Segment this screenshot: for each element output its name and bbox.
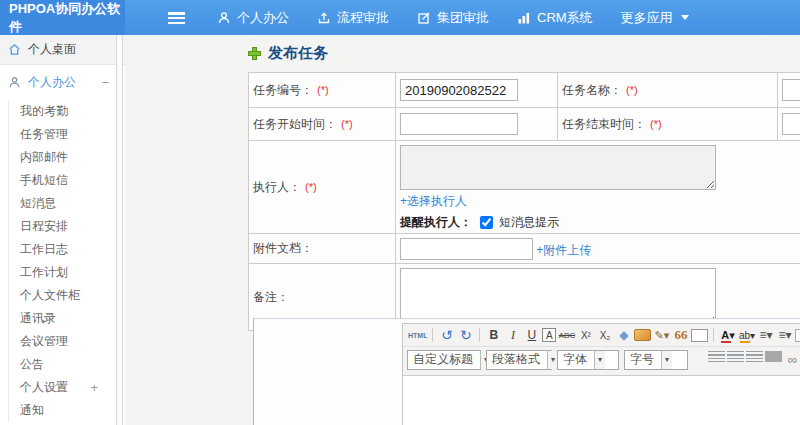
subscript-icon[interactable]: X₂: [596, 327, 613, 344]
editor-toolbar-row1: HTML↺↻BIUAABCX²X₂◆✎▾66A▾ab▾≡▾≡▾: [403, 324, 800, 346]
justify-icon[interactable]: [765, 351, 782, 362]
publish-task-form: 任务编号：(*) 任务名称：(*) 任务开始时间：(*): [248, 72, 800, 331]
task-name-input[interactable]: [782, 79, 800, 101]
redo-icon[interactable]: ↻: [457, 327, 474, 344]
topbar: PHPOA协同办公软件 个人办公 流程审批: [0, 0, 800, 35]
sidebar-item-file-cabinet[interactable]: 个人文件柜: [20, 284, 125, 307]
sidebar-section-personal-office[interactable]: 个人办公 −: [0, 65, 125, 100]
source-icon[interactable]: HTML: [408, 327, 427, 344]
nav-item-crm[interactable]: CRM系统: [517, 9, 593, 27]
sidebar-item-contacts[interactable]: 通讯录: [20, 307, 125, 330]
chart-icon: [517, 11, 531, 25]
required-mark: (*): [626, 84, 638, 96]
sidebar-item-announcement[interactable]: 公告: [20, 353, 125, 376]
font-style-icon[interactable]: A: [542, 328, 556, 342]
start-time-label-cell: 任务开始时间：(*): [249, 108, 396, 141]
sidebar-scrollbar[interactable]: [116, 35, 123, 425]
sidebar-item-sms[interactable]: 手机短信: [20, 169, 125, 192]
start-time-input[interactable]: [400, 113, 518, 135]
expand-icon[interactable]: +: [90, 376, 98, 399]
font-family-dropdown[interactable]: 字体 ▾: [557, 350, 619, 370]
collapse-icon[interactable]: −: [101, 75, 109, 90]
page-title: 发布任务: [248, 44, 328, 63]
nav-item-more-apps[interactable]: 更多应用: [621, 9, 689, 27]
required-mark: (*): [650, 118, 662, 130]
sidebar-item-work-log[interactable]: 工作日志: [20, 238, 125, 261]
attachment-label: 附件文档：: [253, 241, 313, 255]
align-center-icon[interactable]: [727, 351, 744, 362]
highlight-color-icon[interactable]: ab▾: [738, 327, 755, 344]
executor-label-cell: 执行人：(*): [249, 141, 396, 234]
sidebar-item-desktop[interactable]: 个人桌面: [0, 35, 125, 65]
nav-label: CRM系统: [537, 9, 593, 27]
font-size-dropdown[interactable]: 字号 ▾: [624, 350, 688, 370]
blockquote-icon[interactable]: 66: [672, 327, 689, 344]
note-label: 备注：: [253, 290, 289, 304]
toolbar-separator: [713, 328, 714, 342]
sidebar-item-short-message[interactable]: 短消息: [20, 192, 125, 215]
nav-item-group-approval[interactable]: 集团审批: [417, 9, 489, 27]
strikethrough-icon[interactable]: ABC: [558, 327, 575, 344]
form-row-times: 任务开始时间：(*) 任务结束时间：(*): [249, 108, 800, 141]
ordered-list-icon[interactable]: ≡▾: [757, 327, 774, 344]
hamburger-menu-icon[interactable]: [168, 12, 185, 24]
sidebar-item-attendance[interactable]: 我的考勤: [20, 100, 125, 123]
sidebar-item-schedule[interactable]: 日程安排: [20, 215, 125, 238]
superscript-icon[interactable]: X²: [577, 327, 594, 344]
sidebar-item-label: 短消息: [20, 196, 56, 210]
underline-icon[interactable]: U: [523, 327, 540, 344]
app-window: PHPOA协同办公软件 个人办公 流程审批: [0, 0, 800, 425]
top-nav: 个人办公 流程审批 集团审批: [217, 9, 689, 27]
upload-attachment-link[interactable]: +附件上传: [536, 242, 591, 256]
undo-icon[interactable]: ↺: [438, 327, 455, 344]
pen-icon[interactable]: ✎▾: [653, 327, 670, 344]
sidebar-item-work-plan[interactable]: 工作计划: [20, 261, 125, 284]
sidebar-item-label: 工作日志: [20, 242, 68, 256]
unordered-list-icon[interactable]: ≡▾: [776, 327, 793, 344]
sidebar-item-label: 个人桌面: [28, 41, 76, 58]
sidebar-item-notification[interactable]: 通知: [20, 399, 125, 422]
align-right-icon[interactable]: [746, 351, 763, 362]
align-left-icon[interactable]: [708, 351, 725, 362]
task-name-field-cell: [778, 73, 800, 108]
dropdown-label: 字体: [563, 351, 587, 368]
attachment-input[interactable]: [400, 238, 533, 260]
sidebar-item-meeting-management[interactable]: 会议管理: [20, 330, 125, 353]
user-icon: [217, 11, 231, 25]
sidebar-item-task-management[interactable]: 任务管理: [20, 123, 125, 146]
select-executor-link[interactable]: +选择执行人: [400, 194, 467, 208]
sidebar-item-personal-settings[interactable]: 个人设置 +: [20, 376, 125, 399]
italic-icon[interactable]: I: [504, 327, 521, 344]
editor-section: HTML↺↻BIUAABCX²X₂◆✎▾66A▾ab▾≡▾≡▾ 自定义标题 ▾ …: [253, 318, 800, 425]
document-icon[interactable]: [795, 329, 800, 342]
dropdown-label: 字号: [630, 351, 654, 368]
sidebar-submenu: 我的考勤 任务管理 内部邮件 手机短信 短消息 日程安排 工作日志 工作计划 个…: [8, 100, 125, 422]
editor-toolbar-row2: 自定义标题 ▾ 段落格式 ▾ 字体 ▾ 字号 ▾: [403, 346, 800, 372]
bold-icon[interactable]: B: [485, 327, 502, 344]
heading-style-dropdown[interactable]: 自定义标题 ▾: [407, 350, 481, 370]
paste-icon[interactable]: [691, 329, 708, 342]
sms-remind-checkbox[interactable]: [480, 216, 493, 229]
editor-content-area[interactable]: [403, 375, 800, 425]
required-mark: (*): [317, 84, 329, 96]
sidebar-item-internal-mail[interactable]: 内部邮件: [20, 146, 125, 169]
executor-textarea[interactable]: [400, 145, 716, 190]
paragraph-format-dropdown[interactable]: 段落格式 ▾: [486, 350, 552, 370]
nav-item-workflow-approval[interactable]: 流程审批: [317, 9, 389, 27]
remind-option-label: 短消息提示: [499, 214, 559, 231]
task-no-input[interactable]: [400, 79, 518, 101]
link-icon[interactable]: ∞: [784, 351, 800, 368]
remove-format-icon[interactable]: ◆: [615, 327, 632, 344]
end-time-input[interactable]: [782, 113, 800, 135]
home-icon: [8, 43, 21, 56]
sidebar-item-label: 内部邮件: [20, 150, 68, 164]
add-icon: [248, 47, 261, 60]
rich-text-editor: HTML↺↻BIUAABCX²X₂◆✎▾66A▾ab▾≡▾≡▾ 自定义标题 ▾ …: [402, 323, 800, 425]
nav-label: 集团审批: [437, 9, 489, 27]
font-color-icon[interactable]: A▾: [719, 327, 736, 344]
dropdown-label: 段落格式: [492, 351, 540, 368]
nav-item-personal-office[interactable]: 个人办公: [217, 9, 289, 27]
form-row-executor: 执行人：(*) +选择执行人 提醒执行人： 短消息提示: [249, 141, 800, 234]
format-painter-icon[interactable]: [634, 329, 651, 341]
sidebar-item-label: 通讯录: [20, 311, 56, 325]
